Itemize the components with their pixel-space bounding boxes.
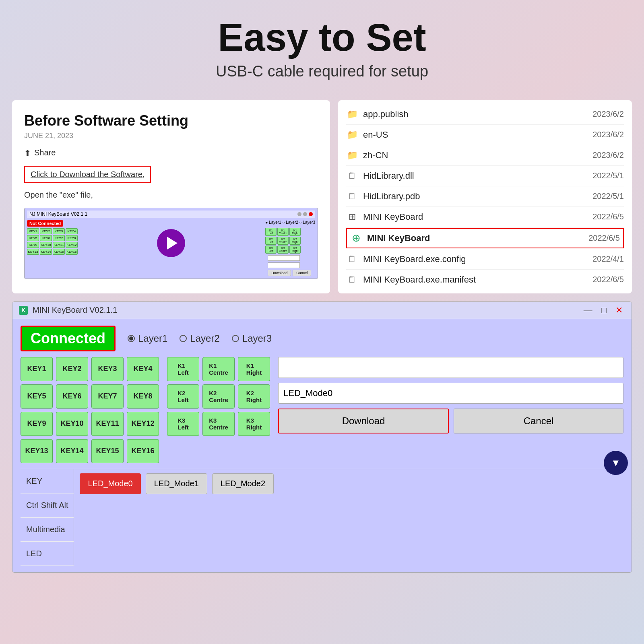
file-date: 2022/6/5 [588,233,620,243]
key-btn-key3[interactable]: KEY3 [91,357,124,381]
mini-right: ● Layer1 ○ Layer2 ○ Layer3 K1Left K1Cent… [265,220,315,276]
app-icon: K [19,306,28,315]
panel-title: Before Software Setting [24,112,318,129]
minimize-button[interactable]: — [581,305,595,316]
k2-left-btn[interactable]: K2Left [167,384,199,409]
keys-row: KEY1 KEY2 KEY3 KEY4 KEY5 KEY6 KEY7 KEY8 … [21,357,623,463]
layer3-option[interactable]: Layer3 [232,333,272,344]
key-btn-key16[interactable]: KEY16 [127,439,159,463]
mini-k-key: K2Left [265,237,277,245]
k-keys-section: K1Left K1Centre K1Right K2Left K2Centre … [167,357,270,463]
key-btn-key4[interactable]: KEY4 [127,357,159,381]
manifest-icon: 🗒 [346,274,358,286]
mini-cancel-btn[interactable]: Cancel [293,270,311,276]
file-row: 🗒 MINI KeyBoard.exe.manifest 2022/6/5 [346,270,624,290]
input-field-1[interactable] [278,357,623,378]
key-btn-key8[interactable]: KEY8 [127,384,159,409]
key-btn-key2[interactable]: KEY2 [56,357,88,381]
layer2-option[interactable]: Layer2 [180,333,219,344]
k2-right-btn[interactable]: K2Right [238,384,270,409]
k1-left-btn[interactable]: K1Left [167,357,199,381]
mini-key: KEY4 [66,228,78,234]
maximize-button[interactable]: □ [599,305,609,316]
key-btn-key5[interactable]: KEY5 [21,384,53,409]
key-btn-key7[interactable]: KEY7 [91,384,124,409]
highlighted-file-row[interactable]: ⊕ MINI KeyBoard 2022/6/5 [346,228,624,248]
share-label: Share [34,148,56,157]
panel-date: JUNE 21, 2023 [24,132,318,140]
mini-key: KEY9 [27,242,39,248]
mini-input-1 [268,255,300,261]
input-field-2[interactable] [278,383,623,404]
k1-centre-btn[interactable]: K1Centre [202,357,235,381]
key-btn-key10[interactable]: KEY10 [56,412,88,436]
mode-btn-0[interactable]: LED_Mode0 [80,473,140,494]
k3-left-btn[interactable]: K3Left [167,412,199,436]
mini-k-key: K1Right [289,228,301,236]
mini-key: KEY12 [66,242,78,248]
mini-key: KEY3 [53,228,65,234]
k3-centre-btn[interactable]: K3Centre [202,412,235,436]
key-btn-key13[interactable]: KEY13 [21,439,53,463]
exe-icon: ⊞ [346,211,358,223]
file-row: 🗒 HidLibrary.dll 2022/5/1 [346,166,624,186]
file-row: 🗒 MINI KeyBoard.exe.config 2022/4/1 [346,249,624,270]
file-date: 2023/6/2 [592,151,624,160]
mode-btn-2[interactable]: LED_Mode2 [212,473,274,494]
key-btn-key1[interactable]: KEY1 [21,357,53,381]
layer1-label: Layer1 [138,333,167,344]
mini-title: NJ MINI KeyBoard V02.1.1 [29,211,87,217]
file-row: 🗒 HidLibrary.pdb 2022/5/1 [346,186,624,207]
mini-download-btn[interactable]: Download [268,270,291,276]
mini-input-2 [268,262,300,268]
mini-left: Not Connected KEY1 KEY2 KEY3 KEY4 KEY5 K… [27,220,263,276]
file-name: zh-CN [363,150,592,161]
mode-section: KEY Ctrl Shift Alt Multimedia LED LED_Mo… [21,469,623,566]
mini-key: KEY10 [40,242,52,248]
mode-btn-1[interactable]: LED_Mode1 [146,473,207,494]
file-name: HidLibrary.pdb [363,191,592,202]
download-prefix: Click to [31,170,59,179]
file-name: MINI KeyBoard [363,212,592,222]
sub-title: USB-C cable required for setup [0,63,644,80]
k-key-grid: K1Left K1Centre K1Right K2Left K2Centre … [167,357,270,436]
key-btn-key11[interactable]: KEY11 [91,412,124,436]
layer1-radio[interactable] [128,335,135,342]
cancel-button[interactable]: Cancel [454,409,623,433]
mini-key: KEY7 [53,235,65,241]
share-icon: ⬆ [24,148,31,158]
key-btn-key15[interactable]: KEY15 [91,439,124,463]
mini-inputs: Download Cancel [268,255,315,276]
file-date: 2023/6/2 [592,109,624,119]
key-btn-key6[interactable]: KEY6 [56,384,88,409]
mini-k-key: K3Centre [277,246,289,254]
mode-label-multimedia: Multimedia [21,518,74,542]
right-inputs: Download Cancel [278,357,623,463]
mode-label-led: LED [21,542,74,566]
close-button[interactable]: ✕ [613,305,625,316]
layer2-label: Layer2 [190,333,219,344]
key-btn-key14[interactable]: KEY14 [56,439,88,463]
mini-key: KEY1 [27,228,39,234]
mini-key: KEY5 [27,235,39,241]
k1-right-btn[interactable]: K1Right [238,357,270,381]
layer2-radio[interactable] [180,335,187,342]
download-link[interactable]: Download the Software [59,170,142,179]
config-icon: 🗒 [346,253,358,265]
key-btn-key12[interactable]: KEY12 [127,412,159,436]
main-title: Easy to Set [0,16,644,59]
play-button[interactable] [157,229,185,257]
keyboard-app: K MINI KeyBoard V02.1.1 — □ ✕ Connected … [12,301,632,573]
file-row: 📁 en-US 2023/6/2 [346,125,624,145]
mini-k-key: K2Right [289,237,301,245]
k3-right-btn[interactable]: K3Right [238,412,270,436]
scroll-down-button[interactable] [604,451,628,475]
mini-k-key: K3Left [265,246,277,254]
key-btn-key9[interactable]: KEY9 [21,412,53,436]
mode-labels: KEY Ctrl Shift Alt Multimedia LED [21,469,74,566]
layer1-option[interactable]: Layer1 [128,333,167,344]
k2-centre-btn[interactable]: K2Centre [202,384,235,409]
mini-key: KEY15 [53,249,65,255]
layer3-radio[interactable] [232,335,239,342]
download-button[interactable]: Download [278,409,449,433]
